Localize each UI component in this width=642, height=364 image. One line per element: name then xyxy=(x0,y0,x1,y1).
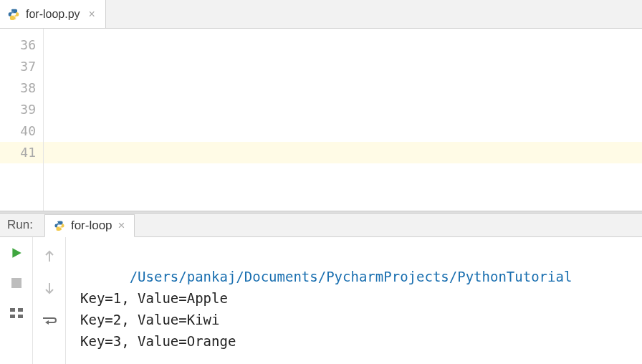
editor-tabbar: for-loop.py × xyxy=(0,0,642,29)
code-line xyxy=(74,120,642,142)
svg-rect-2 xyxy=(10,315,15,318)
stop-icon xyxy=(11,278,21,288)
editor-tab-for-loop[interactable]: for-loop.py × xyxy=(0,0,106,28)
svg-rect-3 xyxy=(18,308,23,312)
line-number: 40 xyxy=(20,123,36,138)
play-icon xyxy=(10,246,23,259)
line-number: 41 xyxy=(0,142,43,163)
rerun-button[interactable] xyxy=(8,244,25,262)
layout-button[interactable] xyxy=(8,305,25,322)
scroll-down-button[interactable] xyxy=(41,280,58,297)
code-area[interactable]: my_dict = {"1": "Apple", "2": "Kiwi", "3… xyxy=(43,29,642,211)
python-run-icon xyxy=(54,220,65,231)
close-tab-icon[interactable]: × xyxy=(89,8,95,21)
layout-icon xyxy=(10,308,23,318)
run-toolbar-primary xyxy=(0,237,33,364)
arrow-down-icon xyxy=(44,282,54,295)
run-label: Run: xyxy=(7,218,33,232)
python-file-icon xyxy=(7,8,20,21)
code-editor[interactable]: 36 37 38 39 40 41 my_dict = {"1": "Apple… xyxy=(0,29,642,211)
arrow-up-icon xyxy=(44,249,54,262)
close-run-tab-icon[interactable]: × xyxy=(118,219,125,233)
current-line-highlight xyxy=(44,142,642,163)
line-number-gutter: 36 37 38 39 40 41 xyxy=(0,29,43,211)
console-line: Key=1, Value=Apple xyxy=(80,290,228,306)
stop-button[interactable] xyxy=(8,274,25,292)
console-line: Key=3, Value=Orange xyxy=(80,333,236,349)
run-tab[interactable]: for-loop × xyxy=(44,214,135,237)
svg-rect-0 xyxy=(11,278,21,288)
line-number: 39 xyxy=(20,102,36,117)
line-number: 37 xyxy=(20,59,36,74)
run-tab-label: for-loop xyxy=(71,219,112,233)
line-number: 38 xyxy=(20,80,36,95)
console-output[interactable]: /Users/pankaj/Documents/PycharmProjects/… xyxy=(66,237,642,364)
soft-wrap-icon xyxy=(42,316,57,327)
soft-wrap-button[interactable] xyxy=(41,313,58,330)
run-tool-window: Run: for-loop × xyxy=(0,214,642,364)
console-path: /Users/pankaj/Documents/PycharmProjects/… xyxy=(130,269,572,284)
svg-rect-4 xyxy=(18,315,23,318)
scroll-up-button[interactable] xyxy=(41,247,58,264)
svg-rect-1 xyxy=(10,308,15,312)
editor-tab-label: for-loop.py xyxy=(26,8,80,21)
console-line: Key=2, Value=Kiwi xyxy=(80,312,219,327)
line-number: 36 xyxy=(20,37,36,52)
run-header: Run: for-loop × xyxy=(0,214,642,237)
run-toolbar-secondary xyxy=(33,237,66,364)
run-body: /Users/pankaj/Documents/PycharmProjects/… xyxy=(0,237,642,364)
code-line: my_dict = {"1": "Apple", "2": "Kiwi", "3… xyxy=(74,206,642,211)
